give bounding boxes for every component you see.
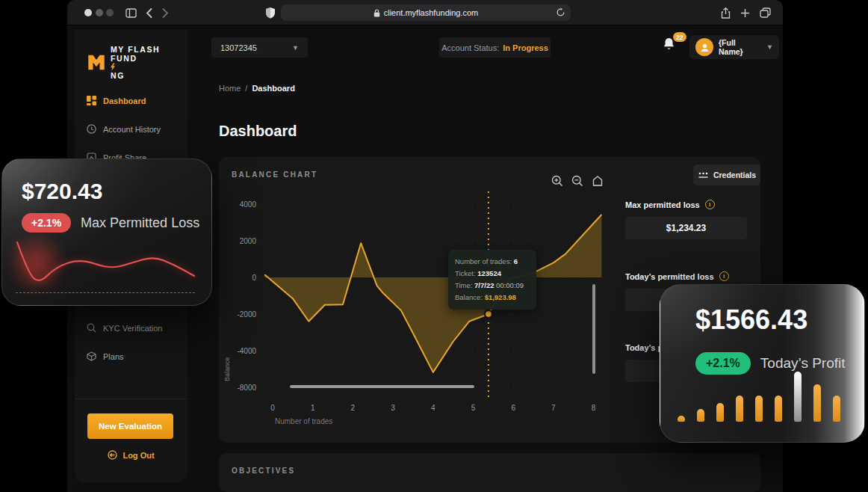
profit-bar (833, 396, 840, 422)
back-icon[interactable] (142, 6, 155, 19)
window-zoom-button[interactable] (106, 9, 114, 16)
max-permitted-loss-value: $1,234.23 (625, 217, 747, 239)
user-menu[interactable]: {Full Name} ▼ (689, 35, 779, 59)
profit-bar (755, 396, 763, 422)
new-evaluation-button[interactable]: New Evaluation (87, 413, 173, 439)
breadcrumb-current: Dashboard (252, 84, 294, 93)
account-status: Account Status: In Progress (439, 37, 551, 58)
chart-vertical-scrollbar[interactable] (592, 284, 595, 374)
svg-text:4: 4 (431, 404, 435, 412)
todays-profit-overlay-card: $1566.43 +2.1% Today’s Profit (660, 284, 865, 443)
svg-text:3: 3 (391, 404, 395, 412)
profit-bars-chart (678, 369, 840, 422)
share-icon[interactable] (719, 6, 732, 19)
sidebar-item-plans[interactable]: Plans (87, 351, 124, 361)
user-name: {Full Name} (719, 38, 761, 56)
profit-bar (678, 416, 685, 422)
profit-bar (697, 409, 704, 422)
sidebar-toggle-icon[interactable] (124, 6, 137, 19)
svg-text:-8000: -8000 (237, 384, 256, 392)
overlay-value: $720.43 (22, 179, 102, 204)
sidebar-item-label: KYC Verification (103, 324, 162, 333)
overlay-value: $1566.43 (695, 304, 807, 336)
max-permitted-loss-overlay-card: $720.43 +2.1% Max Permitted Loss (1, 159, 212, 306)
svg-text:-2000: -2000 (237, 310, 256, 319)
sidebar-item-label: Dashboard (103, 96, 146, 105)
hovered-point-marker[interactable] (485, 310, 492, 318)
page: client.myflashfunding.com MY FLASH (0, 0, 868, 492)
breadcrumb: Home / Dashboard (219, 84, 295, 93)
sidebar-divider (75, 399, 187, 399)
lock-icon (373, 9, 380, 17)
clock-icon (87, 124, 96, 134)
box-icon (87, 351, 96, 361)
chart-horizontal-scrollbar[interactable] (290, 385, 474, 388)
profit-bar (813, 384, 821, 422)
svg-text:8: 8 (592, 404, 596, 412)
avatar (695, 38, 713, 56)
svg-text:7: 7 (551, 404, 556, 412)
breadcrumb-home[interactable]: Home (219, 84, 241, 93)
dashed-baseline (16, 292, 195, 293)
grid-icon (87, 96, 96, 105)
profit-bar (716, 403, 724, 422)
svg-text:Balance: Balance (223, 357, 231, 381)
privacy-shield-icon[interactable] (264, 6, 277, 19)
new-tab-icon[interactable] (738, 6, 751, 19)
info-icon[interactable]: i (719, 271, 729, 281)
tab-overview-icon[interactable] (758, 6, 772, 19)
logo-m-icon (87, 53, 106, 72)
window-close-button[interactable] (84, 9, 92, 16)
profit-bar (736, 396, 743, 422)
svg-text:0: 0 (252, 274, 256, 282)
chevron-down-icon: ▼ (766, 43, 773, 51)
sidebar-item-account-history[interactable]: Account History (87, 124, 161, 134)
reload-icon[interactable] (556, 7, 565, 17)
svg-text:-4000: -4000 (237, 347, 256, 355)
svg-text:1: 1 (311, 404, 315, 412)
forward-icon[interactable] (158, 6, 172, 19)
url-text: client.myflashfunding.com (384, 8, 479, 17)
sidebar-item-dashboard[interactable]: Dashboard (87, 96, 146, 105)
app-logo: MY FLASH FUNDNG (87, 45, 160, 80)
notification-count-badge: 22 (673, 32, 686, 42)
profit-bar (775, 396, 782, 422)
address-bar[interactable]: client.myflashfunding.com (281, 4, 571, 21)
svg-text:4000: 4000 (240, 200, 257, 209)
page-title: Dashboard (219, 123, 297, 140)
search-icon (87, 323, 96, 333)
svg-text:5: 5 (471, 404, 476, 412)
svg-text:2000: 2000 (240, 237, 257, 245)
logo-line1: MY FLASH (111, 45, 160, 54)
browser-chrome: client.myflashfunding.com (67, 0, 783, 25)
change-badge: +2.1% (22, 213, 71, 233)
svg-text:2: 2 (351, 404, 356, 412)
notifications-button[interactable]: 22 (663, 37, 681, 58)
account-selector[interactable]: 13072345 ▼ (211, 37, 308, 58)
window-minimize-button[interactable] (96, 9, 103, 16)
status-badge: In Progress (503, 43, 548, 52)
sidebar-item-label: Account History (103, 125, 161, 134)
logout-icon (108, 450, 117, 460)
max-permitted-loss-label: Max permitted loss i (625, 200, 715, 209)
profit-bar-highlighted (794, 372, 802, 422)
overlay-label: Max Permitted Loss (81, 215, 199, 231)
sidebar-item-kyc-verification[interactable]: KYC Verification (87, 323, 162, 333)
svg-text:Number of trades: Number of trades (275, 417, 332, 425)
logout-button[interactable]: Log Out (75, 450, 187, 460)
chevron-down-icon: ▼ (292, 44, 299, 52)
todays-permitted-loss-label: Today’s permitted loss i (625, 271, 729, 281)
info-icon[interactable]: i (705, 200, 715, 209)
objectives-title: OBJECTIVES (232, 467, 295, 475)
svg-text:0: 0 (270, 404, 275, 412)
objectives-card: OBJECTIVES (219, 453, 760, 492)
account-id: 13072345 (220, 43, 257, 52)
svg-text:6: 6 (511, 404, 515, 412)
chart-tooltip: Number of trades: 6 Ticket: 123524 Time:… (448, 250, 536, 310)
sidebar-item-label: Plans (103, 352, 124, 361)
logo-bolt-icon (111, 63, 115, 71)
